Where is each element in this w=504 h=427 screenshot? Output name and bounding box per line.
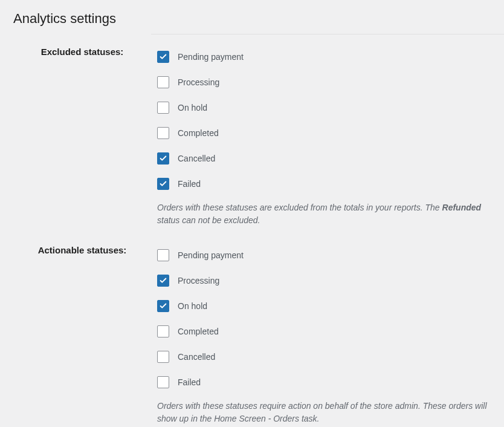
checkbox-label[interactable]: Completed bbox=[178, 327, 219, 336]
excluded-statuses-label-cell: Excluded statuses: bbox=[0, 34, 157, 233]
settings-table: Excluded statuses: Pending payment Proce… bbox=[0, 34, 504, 427]
description-text: Orders with these statuses are excluded … bbox=[157, 203, 442, 212]
excluded-statuses-row: Excluded statuses: Pending payment Proce… bbox=[0, 34, 504, 233]
checkbox-label[interactable]: Pending payment bbox=[178, 52, 244, 62]
checkbox-row-processing: Processing bbox=[157, 268, 492, 293]
checkbox-actionable-cancelled[interactable] bbox=[157, 351, 169, 363]
checkbox-row-pending-payment: Pending payment bbox=[157, 44, 492, 70]
checkbox-excluded-on-hold[interactable] bbox=[157, 102, 169, 114]
checkbox-row-pending-payment: Pending payment bbox=[157, 243, 492, 268]
checkbox-actionable-completed[interactable] bbox=[157, 325, 169, 337]
checkbox-row-completed: Completed bbox=[157, 319, 492, 344]
excluded-statuses-content: Pending payment Processing On hold bbox=[157, 34, 504, 233]
checkbox-row-on-hold: On hold bbox=[157, 293, 492, 319]
checkbox-excluded-completed[interactable] bbox=[157, 127, 169, 139]
checkbox-label[interactable]: Completed bbox=[178, 128, 219, 138]
actionable-statuses-row: Actionable statuses: Pending payment Pro… bbox=[0, 233, 504, 427]
checkbox-excluded-pending-payment[interactable] bbox=[157, 51, 169, 63]
actionable-statuses-description: Orders with these statuses require actio… bbox=[157, 400, 492, 425]
description-strong: Refunded bbox=[442, 203, 482, 212]
check-icon bbox=[159, 53, 167, 61]
checkbox-label[interactable]: On hold bbox=[178, 103, 207, 112]
checkbox-actionable-failed[interactable] bbox=[157, 376, 169, 388]
checkbox-label[interactable]: Cancelled bbox=[178, 154, 215, 163]
section-heading: Analytics settings bbox=[13, 11, 504, 34]
checkbox-row-on-hold: On hold bbox=[157, 95, 492, 120]
actionable-statuses-label: Actionable statuses: bbox=[38, 245, 127, 255]
excluded-statuses-label: Excluded statuses: bbox=[41, 47, 124, 57]
actionable-statuses-label-cell: Actionable statuses: bbox=[0, 233, 157, 427]
checkbox-label[interactable]: Failed bbox=[178, 377, 201, 387]
checkbox-label[interactable]: Processing bbox=[178, 77, 219, 87]
checkbox-row-completed: Completed bbox=[157, 120, 492, 146]
description-text: status can not be excluded. bbox=[157, 215, 260, 225]
checkbox-row-cancelled: Cancelled bbox=[157, 344, 492, 370]
checkbox-label[interactable]: Processing bbox=[178, 276, 219, 285]
actionable-statuses-content: Pending payment Processing On hold bbox=[157, 233, 504, 427]
checkbox-label[interactable]: Cancelled bbox=[178, 352, 215, 362]
excluded-statuses-description: Orders with these statuses are excluded … bbox=[157, 201, 492, 227]
checkbox-excluded-cancelled[interactable] bbox=[157, 152, 169, 165]
checkbox-row-failed: Failed bbox=[157, 370, 492, 395]
check-icon bbox=[159, 276, 167, 285]
checkbox-actionable-pending-payment[interactable] bbox=[157, 249, 169, 261]
checkbox-row-processing: Processing bbox=[157, 70, 492, 95]
checkbox-actionable-processing[interactable] bbox=[157, 275, 169, 287]
checkbox-label[interactable]: Pending payment bbox=[178, 250, 244, 260]
page-title: Analytics settings bbox=[13, 11, 504, 27]
check-icon bbox=[159, 302, 167, 310]
checkbox-excluded-failed[interactable] bbox=[157, 178, 169, 190]
checkbox-excluded-processing[interactable] bbox=[157, 76, 169, 88]
checkbox-actionable-on-hold[interactable] bbox=[157, 300, 169, 312]
checkbox-row-cancelled: Cancelled bbox=[157, 146, 492, 171]
check-icon bbox=[159, 154, 167, 163]
check-icon bbox=[159, 180, 167, 188]
checkbox-label[interactable]: Failed bbox=[178, 179, 201, 189]
checkbox-label[interactable]: On hold bbox=[178, 301, 207, 311]
checkbox-row-failed: Failed bbox=[157, 171, 492, 197]
